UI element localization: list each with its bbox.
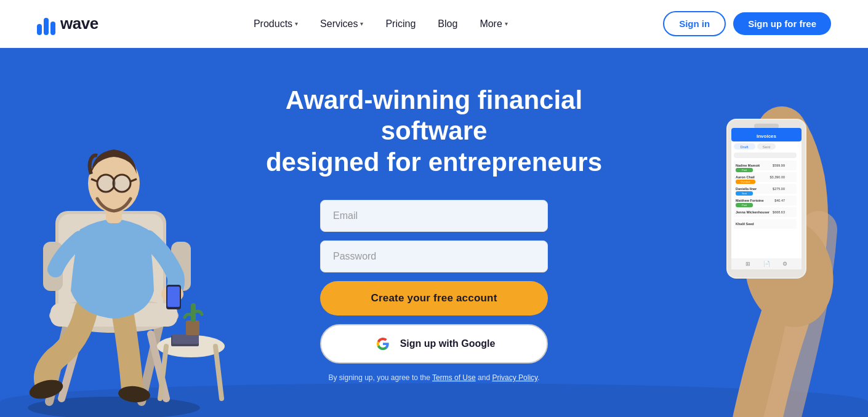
svg-text:Aaron Chail: Aaron Chail bbox=[736, 175, 755, 179]
nav-item-products: Products ▾ bbox=[245, 14, 307, 34]
privacy-link[interactable]: Privacy Policy bbox=[492, 373, 537, 382]
svg-text:$275.00: $275.00 bbox=[773, 187, 785, 191]
create-account-button[interactable]: Create your free account bbox=[320, 281, 548, 316]
svg-text:$668.63: $668.63 bbox=[773, 210, 785, 214]
nav-link-products[interactable]: Products ▾ bbox=[245, 14, 307, 34]
svg-point-16 bbox=[113, 175, 131, 192]
chevron-down-icon: ▾ bbox=[295, 20, 298, 27]
svg-text:Matthew Fortoine: Matthew Fortoine bbox=[736, 199, 764, 202]
terms-link[interactable]: Terms of Use bbox=[432, 373, 476, 382]
svg-text:⊞: ⊞ bbox=[745, 261, 750, 267]
logo-link[interactable]: wave bbox=[37, 13, 98, 35]
svg-text:$599.99: $599.99 bbox=[773, 164, 785, 167]
navbar: wave Products ▾ Services ▾ Pricing Blog bbox=[0, 0, 868, 48]
svg-text:$40.47: $40.47 bbox=[774, 199, 785, 202]
navbar-actions: Sign in Sign up for free bbox=[663, 11, 831, 36]
svg-text:Nadine Mamoit: Nadine Mamoit bbox=[736, 164, 760, 167]
nav-item-services: Services ▾ bbox=[311, 14, 372, 34]
svg-text:Paid: Paid bbox=[742, 169, 747, 172]
google-icon bbox=[373, 334, 393, 354]
svg-text:Daniella Ilner: Daniella Ilner bbox=[736, 187, 757, 191]
nav-link-pricing[interactable]: Pricing bbox=[377, 14, 424, 34]
signup-nav-button[interactable]: Sign up for free bbox=[733, 12, 831, 35]
logo-text: wave bbox=[60, 14, 98, 33]
hero-content: Award-winning financial software designe… bbox=[219, 48, 649, 417]
nav-item-pricing: Pricing bbox=[377, 14, 424, 34]
nav-link-more[interactable]: More ▾ bbox=[471, 14, 516, 34]
svg-rect-28 bbox=[186, 320, 199, 335]
svg-text:Sent: Sent bbox=[763, 145, 771, 149]
svg-text:Paid: Paid bbox=[742, 204, 747, 207]
logo-bar-2 bbox=[44, 18, 49, 35]
svg-text:Overdue: Overdue bbox=[741, 180, 750, 183]
terms-text: By signing up, you agree to the Terms of… bbox=[320, 372, 548, 383]
svg-text:Jenna Wickenhouser: Jenna Wickenhouser bbox=[736, 210, 770, 214]
signin-button[interactable]: Sign in bbox=[663, 11, 726, 36]
svg-text:Sent: Sent bbox=[742, 192, 747, 195]
svg-rect-27 bbox=[172, 334, 199, 344]
hero-section: Invoices Draft Sent Nadine Mamoit $599.9… bbox=[0, 48, 868, 417]
password-input[interactable] bbox=[320, 240, 548, 272]
nav-item-more: More ▾ bbox=[471, 14, 516, 34]
svg-rect-22 bbox=[167, 287, 180, 307]
nav-link-blog[interactable]: Blog bbox=[429, 14, 466, 34]
hero-headline: Award-winning financial software designe… bbox=[231, 85, 637, 178]
phone-hand-svg: Invoices Draft Sent Nadine Mamoit $599.9… bbox=[634, 57, 868, 417]
person-svg bbox=[0, 57, 234, 417]
svg-text:Invoices: Invoices bbox=[757, 133, 777, 139]
google-signup-button[interactable]: Sign up with Google bbox=[320, 324, 548, 363]
svg-text:Draft: Draft bbox=[740, 145, 748, 149]
svg-text:$3,390.00: $3,390.00 bbox=[770, 175, 785, 179]
hero-illustration-left bbox=[0, 57, 234, 417]
logo-icon bbox=[37, 13, 55, 35]
nav-link-services[interactable]: Services ▾ bbox=[311, 14, 372, 34]
chevron-down-icon: ▾ bbox=[360, 20, 363, 27]
svg-rect-41 bbox=[734, 153, 797, 158]
hero-illustration-right: Invoices Draft Sent Nadine Mamoit $599.9… bbox=[634, 57, 868, 417]
svg-text:Khalil Seed: Khalil Seed bbox=[736, 222, 754, 226]
svg-rect-34 bbox=[754, 124, 779, 129]
logo-bar-3 bbox=[50, 22, 55, 35]
nav-menu: Products ▾ Services ▾ Pricing Blog More … bbox=[245, 14, 516, 34]
email-input[interactable] bbox=[320, 200, 548, 232]
logo-bar-1 bbox=[37, 24, 42, 35]
chevron-down-icon: ▾ bbox=[505, 20, 508, 27]
svg-point-15 bbox=[97, 175, 115, 192]
nav-item-blog: Blog bbox=[429, 14, 466, 34]
svg-text:📄: 📄 bbox=[763, 260, 771, 268]
svg-text:⚙: ⚙ bbox=[782, 261, 787, 267]
signup-form: Create your free account Sign up with Go… bbox=[320, 200, 548, 383]
